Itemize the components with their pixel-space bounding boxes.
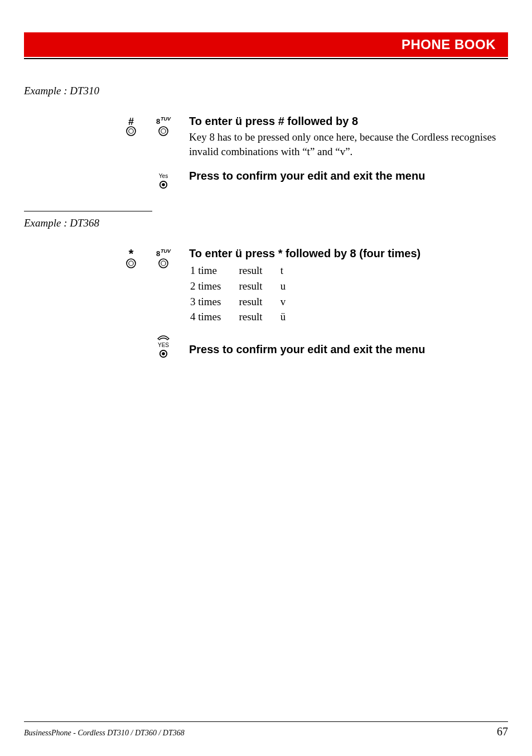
header-divider bbox=[24, 58, 508, 59]
text-column: Press to confirm your edit and exit the … bbox=[173, 333, 508, 358]
key-star: * bbox=[121, 248, 141, 268]
char-cell: ü bbox=[280, 310, 303, 324]
instruction-heading: To enter ü press * followed by 8 (four t… bbox=[189, 247, 508, 260]
page-content: Example : DT310 # 8TUV To enter ü press … bbox=[24, 85, 508, 358]
key-8-sup: TUV bbox=[161, 115, 171, 122]
circle-button-icon bbox=[158, 258, 168, 268]
press-cell: 1 time bbox=[190, 263, 238, 278]
instruction-heading: Press to confirm your edit and exit the … bbox=[189, 170, 508, 182]
char-cell: u bbox=[280, 279, 303, 293]
example-label-dt310: Example : DT310 bbox=[24, 85, 508, 97]
result-cell: result bbox=[239, 295, 279, 309]
svg-point-2 bbox=[159, 127, 168, 136]
press-cell: 2 times bbox=[190, 279, 238, 293]
text-column: To enter ü press # followed by 8 Key 8 h… bbox=[173, 115, 508, 158]
svg-point-5 bbox=[162, 183, 165, 186]
svg-point-3 bbox=[161, 129, 166, 133]
press-cell: 4 times bbox=[190, 310, 238, 324]
step-row: YES Press to confirm your edit and exit … bbox=[24, 333, 508, 358]
step-row: # 8TUV To enter ü press # followed by 8 … bbox=[24, 115, 508, 158]
key-yes-phone-label: YES bbox=[158, 342, 169, 349]
icon-column: YES bbox=[24, 333, 173, 358]
instruction-heading: Press to confirm your edit and exit the … bbox=[189, 343, 508, 356]
result-table: 1 time result t 2 times result u 3 times… bbox=[189, 262, 303, 325]
step-row: * 8TUV To enter ü press * followed by 8 … bbox=[24, 247, 508, 325]
svg-point-11 bbox=[162, 352, 165, 355]
result-cell: result bbox=[239, 279, 279, 293]
text-column: Press to confirm your edit and exit the … bbox=[173, 170, 508, 189]
circle-button-icon bbox=[126, 126, 136, 136]
header-title: PHONE BOOK bbox=[402, 37, 496, 52]
press-cell: 3 times bbox=[190, 295, 238, 309]
instruction-body: Key 8 has to be pressed only once here, … bbox=[189, 130, 508, 158]
key-yes-phone: YES bbox=[153, 334, 173, 358]
circle-button-solid-icon bbox=[159, 181, 167, 189]
phone-icon bbox=[156, 334, 171, 341]
circle-button-icon bbox=[158, 126, 168, 136]
table-row: 4 times result ü bbox=[190, 310, 302, 324]
key-yes: Yes bbox=[153, 171, 173, 189]
section-divider bbox=[24, 211, 152, 211]
icon-column: # 8TUV bbox=[24, 115, 173, 158]
page-footer: BusinessPhone - Cordless DT310 / DT360 /… bbox=[24, 721, 508, 738]
key-8-label: 8 bbox=[156, 118, 160, 125]
key-8-sup: TUV bbox=[161, 248, 171, 254]
key-8: 8TUV bbox=[153, 116, 173, 136]
char-cell: v bbox=[280, 295, 303, 309]
page-header: PHONE BOOK bbox=[24, 32, 508, 57]
key-yes-label: Yes bbox=[159, 173, 168, 180]
svg-point-1 bbox=[129, 129, 133, 133]
key-8: 8TUV bbox=[153, 248, 173, 268]
svg-point-9 bbox=[161, 261, 166, 266]
table-row: 3 times result v bbox=[190, 295, 302, 309]
footer-product: BusinessPhone - Cordless DT310 / DT360 /… bbox=[24, 729, 185, 738]
icon-column: * 8TUV bbox=[24, 247, 173, 325]
text-column: To enter ü press * followed by 8 (four t… bbox=[173, 247, 508, 325]
char-cell: t bbox=[280, 263, 303, 278]
icon-column: Yes bbox=[24, 170, 173, 189]
svg-point-8 bbox=[159, 259, 168, 268]
key-hash-label: # bbox=[128, 118, 134, 125]
svg-point-7 bbox=[129, 261, 133, 266]
result-cell: result bbox=[239, 310, 279, 324]
circle-button-solid-icon bbox=[159, 350, 167, 358]
key-8-label: 8 bbox=[156, 251, 160, 257]
step-row: Yes Press to confirm your edit and exit … bbox=[24, 170, 508, 189]
svg-point-0 bbox=[127, 127, 136, 136]
page-number: 67 bbox=[497, 725, 508, 738]
result-cell: result bbox=[239, 263, 279, 278]
table-row: 1 time result t bbox=[190, 263, 302, 278]
example-label-dt368: Example : DT368 bbox=[24, 217, 508, 229]
table-row: 2 times result u bbox=[190, 279, 302, 293]
key-hash: # bbox=[121, 116, 141, 136]
instruction-heading: To enter ü press # followed by 8 bbox=[189, 115, 508, 128]
key-star-label: * bbox=[129, 251, 134, 257]
